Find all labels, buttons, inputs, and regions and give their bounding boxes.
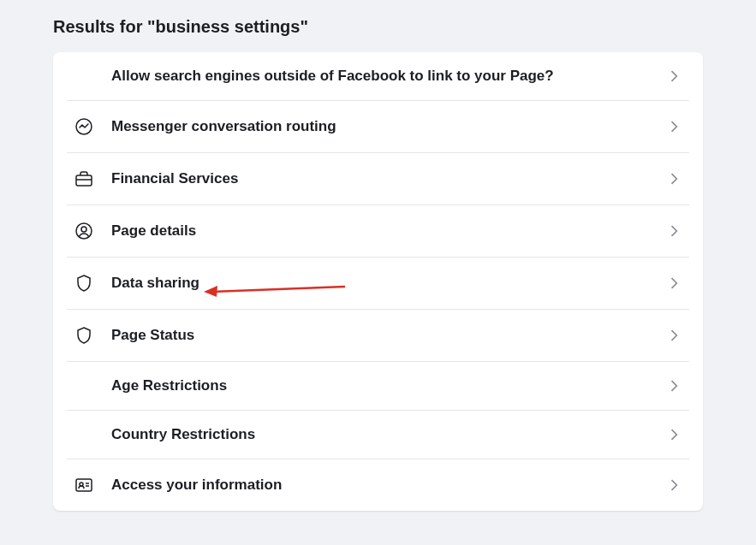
briefcase-icon (74, 169, 111, 189)
person-circle-icon (74, 221, 111, 241)
chevron-right-icon (665, 222, 682, 240)
result-label: Financial Services (111, 170, 665, 187)
result-row-page-status[interactable]: Page Status (67, 310, 689, 362)
result-row-page-details[interactable]: Page details (67, 205, 689, 258)
chevron-right-icon (665, 327, 682, 344)
result-row-data-sharing[interactable]: Data sharing (67, 258, 689, 310)
chevron-right-icon (665, 377, 682, 394)
results-card: Allow search engines outside of Facebook… (53, 52, 703, 511)
chevron-right-icon (665, 477, 682, 494)
result-label: Access your information (111, 477, 665, 494)
result-row-country-restrictions[interactable]: Country Restrictions (67, 411, 689, 459)
chevron-right-icon (665, 275, 682, 292)
svg-rect-7 (76, 479, 92, 491)
result-row-search-engines[interactable]: Allow search engines outside of Facebook… (67, 52, 689, 101)
result-label: Page details (111, 222, 665, 240)
result-label: Messenger conversation routing (111, 118, 665, 135)
page-title: Results for "business settings" (53, 17, 703, 37)
result-label: Country Restrictions (111, 426, 665, 443)
result-row-access-information[interactable]: Access your information (67, 459, 689, 511)
svg-rect-1 (76, 175, 92, 186)
result-row-financial-services[interactable]: Financial Services (67, 153, 689, 205)
shield-icon (74, 273, 111, 293)
result-label: Age Restrictions (111, 377, 665, 394)
messenger-icon (74, 116, 111, 137)
svg-point-3 (76, 223, 92, 239)
result-label: Data sharing (111, 275, 665, 292)
result-row-messenger-routing[interactable]: Messenger conversation routing (67, 101, 689, 153)
chevron-right-icon (665, 118, 682, 135)
chevron-right-icon (665, 426, 682, 443)
svg-point-4 (81, 227, 86, 232)
result-label: Allow search engines outside of Facebook… (111, 68, 665, 85)
shield-icon (74, 325, 111, 346)
result-row-age-restrictions[interactable]: Age Restrictions (67, 362, 689, 411)
chevron-right-icon (665, 68, 682, 85)
id-card-icon (74, 475, 111, 495)
result-label: Page Status (111, 327, 665, 344)
chevron-right-icon (665, 170, 682, 187)
